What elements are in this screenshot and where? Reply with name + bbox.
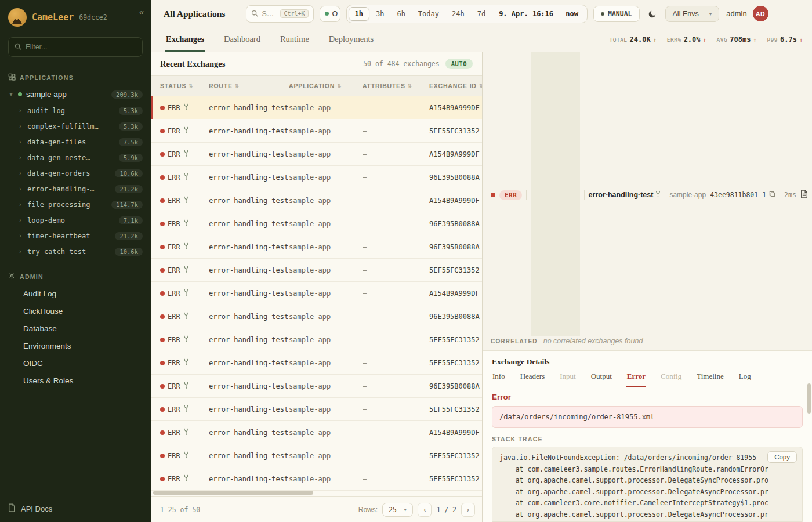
route-fork-icon [183, 150, 189, 158]
sidebar-admin-item[interactable]: ClickHouse [0, 302, 151, 320]
status-cell: ERR [160, 150, 209, 158]
dark-mode-toggle[interactable] [646, 7, 659, 21]
application-cell: sample-app [289, 197, 362, 205]
search-input[interactable] [262, 10, 277, 18]
divider [665, 190, 665, 200]
column-header-route[interactable]: ROUTE⇅ [209, 82, 289, 89]
sidebar-admin-item[interactable]: Database [0, 320, 151, 337]
filter-input[interactable] [26, 43, 136, 51]
sidebar-admin-item[interactable]: OIDC [0, 354, 151, 372]
table-row[interactable]: ERR error-handling-test sample-app — 5EF… [151, 328, 482, 351]
avatar[interactable]: AD [753, 6, 768, 21]
time-range-button[interactable]: 24h [445, 7, 471, 21]
route-fork-icon [183, 196, 189, 205]
sort-icon: ⇅ [188, 83, 193, 89]
detail-tab[interactable]: Input [559, 371, 576, 387]
table-row[interactable]: ERR error-handling-test sample-app — 96E… [151, 166, 482, 189]
sidebar-admin-item[interactable]: Environments [0, 337, 151, 354]
sidebar-route-item[interactable]: › try-catch-test 10.6k [0, 244, 151, 259]
detail-tab[interactable]: Info [492, 371, 506, 387]
table-row[interactable]: ERR error-handling-test sample-app — 5EF… [151, 444, 482, 467]
rows-per-page-label: Rows: [358, 506, 378, 514]
table-row[interactable]: ERR error-handling-test sample-app — 5EF… [151, 259, 482, 282]
time-range-button[interactable]: 6h [390, 7, 411, 21]
stat-label: P99 [767, 37, 778, 43]
sidebar-item-sample-app[interactable]: ▾ sample app 209.3k [0, 86, 151, 103]
next-page-button[interactable]: › [461, 503, 475, 517]
sidebar-admin-item[interactable]: Users & Roles [0, 372, 151, 389]
sidebar-route-item[interactable]: › data-gen-orders 10.6k [0, 165, 151, 181]
table-row[interactable]: ERR error-handling-test sample-app — A15… [151, 96, 482, 119]
column-header-attributes[interactable]: ATTRIBUTES⇅ [362, 82, 429, 89]
prev-page-button[interactable]: ‹ [418, 503, 432, 517]
environment-selector[interactable]: All Envs ▾ [665, 6, 720, 22]
time-range-button[interactable]: 3h [369, 7, 390, 21]
copy-icon[interactable] [769, 191, 775, 199]
table-row[interactable]: ERR error-handling-test sample-app — 5EF… [151, 398, 482, 421]
time-range-button[interactable]: 1h [349, 7, 369, 21]
route-cell: error-handling-test [209, 382, 289, 390]
exchange-log-icon[interactable] [800, 190, 808, 201]
detail-tab[interactable]: Timeline [696, 371, 724, 387]
route-fork-icon [183, 289, 189, 298]
sidebar-route-item[interactable]: › data-gen-neste… 5.9k [0, 150, 151, 165]
sidebar-admin-item[interactable]: Audit Log [0, 285, 151, 302]
error-dot-icon [160, 361, 165, 365]
sidebar-filter[interactable] [8, 37, 143, 57]
main-tab[interactable]: Deployments [328, 27, 375, 52]
route-label: loop-demo [27, 216, 65, 224]
sidebar-route-item[interactable]: › data-gen-files 7.5k [0, 134, 151, 150]
rows-per-page-select[interactable]: 25 ▾ [382, 503, 413, 517]
column-header-exchange-id[interactable]: EXCHANGE ID⇅ [429, 82, 482, 89]
detail-tab[interactable]: Config [660, 371, 682, 387]
column-header-status[interactable]: STATUS⇅ [160, 82, 209, 89]
sidebar-route-item[interactable]: › error-handling-… 21.2k [0, 181, 151, 197]
route-cell: error-handling-test [209, 220, 289, 228]
table-row[interactable]: ERR error-handling-test sample-app — 5EF… [151, 467, 482, 491]
status-cell: ERR [160, 405, 209, 414]
detail-tab[interactable]: Output [590, 371, 612, 387]
table-row[interactable]: ERR error-handling-test sample-app — A15… [151, 421, 482, 444]
route-label: data-gen-files [27, 138, 86, 146]
detail-route-name[interactable]: error-handling-test [589, 191, 661, 199]
stack-trace-line: at org.apache.camel.support.processor.De… [499, 487, 795, 498]
table-row[interactable]: ERR error-handling-test sample-app — 96E… [151, 235, 482, 259]
table-row[interactable]: ERR error-handling-test sample-app — 5EF… [151, 119, 482, 143]
global-search[interactable]: Ctrl+K [246, 5, 313, 23]
sidebar-route-item[interactable]: › audit-log 5.3k [0, 103, 151, 118]
sidebar-route-item[interactable]: › loop-demo 7.1k [0, 212, 151, 228]
table-row[interactable]: ERR error-handling-test sample-app — 96E… [151, 305, 482, 328]
stack-trace-line: at com.cameleer3.core.notifier.CameleerI… [499, 498, 795, 509]
table-row[interactable]: ERR error-handling-test sample-app — A15… [151, 189, 482, 212]
page-title: All Applications [164, 9, 225, 19]
column-header-application[interactable]: APPLICATION⇅ [289, 82, 362, 89]
main-tab[interactable]: Dashboard [223, 27, 262, 52]
main-tab[interactable]: Runtime [279, 27, 310, 52]
sidebar-route-item[interactable]: › timer-heartbeat 21.2k [0, 228, 151, 244]
table-row[interactable]: ERR error-handling-test sample-app — A15… [151, 143, 482, 166]
live-toggle[interactable]: O [320, 6, 340, 22]
document-icon [8, 503, 16, 514]
date-range[interactable]: 9. Apr. 16:16 — now [492, 10, 585, 18]
horizontal-scrollbar[interactable] [153, 491, 313, 495]
time-range-button[interactable]: Today [412, 7, 445, 21]
detail-tab[interactable]: Log [738, 371, 752, 387]
detail-exchange-id[interactable]: 43ee9811b801-1 [710, 191, 775, 199]
sidebar-route-item[interactable]: › file-processing 114.7k [0, 197, 151, 212]
copy-button[interactable]: Copy [767, 451, 797, 463]
vertical-scrollbar[interactable] [807, 383, 811, 414]
table-row[interactable]: ERR error-handling-test sample-app — A15… [151, 282, 482, 305]
refresh-mode-button[interactable]: MANUAL [593, 6, 640, 22]
detail-tab[interactable]: Error [626, 371, 646, 387]
detail-tab[interactable]: Headers [520, 371, 546, 387]
sidebar-route-item[interactable]: › complex-fulfillm… 5.3k [0, 118, 151, 134]
table-row[interactable]: ERR error-handling-test sample-app — 96E… [151, 375, 482, 398]
sidebar-collapse-button[interactable]: « [139, 7, 144, 17]
error-dot-icon [160, 314, 165, 319]
main-tab[interactable]: Exchanges [165, 27, 205, 52]
time-range-button[interactable]: 7d [471, 7, 492, 21]
table-row[interactable]: ERR error-handling-test sample-app — 96E… [151, 212, 482, 235]
api-docs-link[interactable]: API Docs [0, 495, 151, 522]
table-row[interactable]: ERR error-handling-test sample-app — 5EF… [151, 351, 482, 375]
auto-refresh-badge[interactable]: AUTO [445, 59, 473, 69]
